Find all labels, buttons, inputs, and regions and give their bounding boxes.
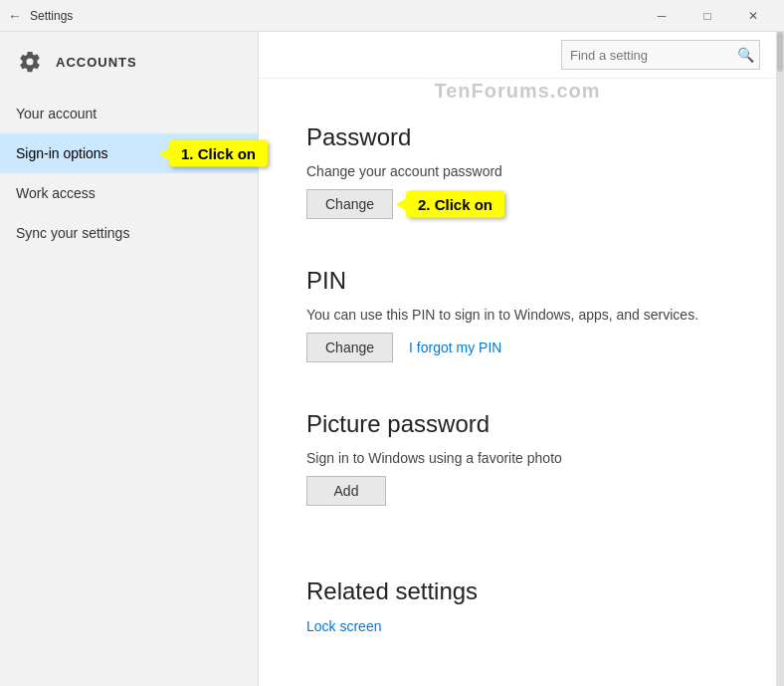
window-title: Settings	[30, 9, 73, 23]
picture-password-subtitle: Sign in to Windows using a favorite phot…	[306, 450, 728, 466]
sidebar-item-label: Sign-in options	[16, 145, 108, 161]
app-container: ACCOUNTS Your account Sign-in options 1.…	[0, 32, 784, 686]
back-button[interactable]: ←	[8, 8, 22, 24]
related-settings-section: Related settings Lock screen	[306, 577, 728, 635]
scrollbar-thumb[interactable]	[777, 32, 783, 72]
pin-title: PIN	[306, 267, 728, 295]
sidebar-header: ACCOUNTS	[0, 32, 258, 86]
sidebar-item-your-account[interactable]: Your account	[0, 94, 258, 133]
password-change-button[interactable]: Change	[306, 189, 393, 219]
pin-subtitle: You can use this PIN to sign in to Windo…	[306, 307, 728, 323]
annotation-1: 1. Click on	[169, 140, 268, 167]
titlebar-left: ← Settings	[8, 8, 73, 24]
watermark: TenForums.com	[434, 80, 600, 103]
pin-row: Change I forgot my PIN	[306, 333, 728, 362]
forgot-pin-link[interactable]: I forgot my PIN	[409, 340, 501, 355]
sidebar-item-label: Work access	[16, 185, 96, 201]
password-subtitle: Change your account password	[306, 163, 728, 179]
lock-screen-link[interactable]: Lock screen	[306, 618, 381, 634]
related-settings-title: Related settings	[306, 577, 728, 605]
sidebar-item-sync-settings[interactable]: Sync your settings	[0, 213, 258, 253]
content-header: 🔍	[259, 32, 776, 79]
sidebar: ACCOUNTS Your account Sign-in options 1.…	[0, 32, 259, 686]
annotation-2: 2. Click on	[406, 191, 504, 218]
picture-password-section: Picture password Sign in to Windows usin…	[306, 410, 728, 506]
search-input[interactable]	[570, 48, 737, 63]
titlebar: ← Settings ─ □ ✕	[0, 0, 784, 32]
sidebar-item-work-access[interactable]: Work access	[0, 173, 258, 213]
picture-password-title: Picture password	[306, 410, 728, 438]
search-box: 🔍	[561, 40, 760, 70]
sidebar-nav: Your account Sign-in options 1. Click on…	[0, 94, 258, 686]
pin-change-button[interactable]: Change	[306, 333, 393, 362]
add-picture-password-button[interactable]: Add	[306, 476, 386, 506]
sidebar-item-label: Sync your settings	[16, 225, 129, 241]
search-icon[interactable]: 🔍	[737, 47, 754, 63]
pin-section: PIN You can use this PIN to sign in to W…	[306, 267, 728, 362]
minimize-button[interactable]: ─	[639, 0, 685, 32]
main-content: 🔍 TenForums.com Password Change your acc…	[259, 32, 776, 686]
sidebar-heading: ACCOUNTS	[56, 55, 137, 70]
titlebar-controls: ─ □ ✕	[639, 0, 776, 32]
content-body: Password Change your account password Ch…	[291, 104, 744, 655]
password-section: Password Change your account password Ch…	[306, 123, 728, 219]
gear-icon	[16, 48, 44, 76]
scrollbar[interactable]	[776, 32, 784, 686]
close-button[interactable]: ✕	[730, 0, 776, 32]
maximize-button[interactable]: □	[685, 0, 730, 32]
sidebar-item-sign-in-options[interactable]: Sign-in options 1. Click on	[0, 133, 258, 173]
sidebar-item-label: Your account	[16, 106, 97, 121]
password-row: Change 2. Click on	[306, 189, 728, 219]
password-title: Password	[306, 123, 728, 151]
